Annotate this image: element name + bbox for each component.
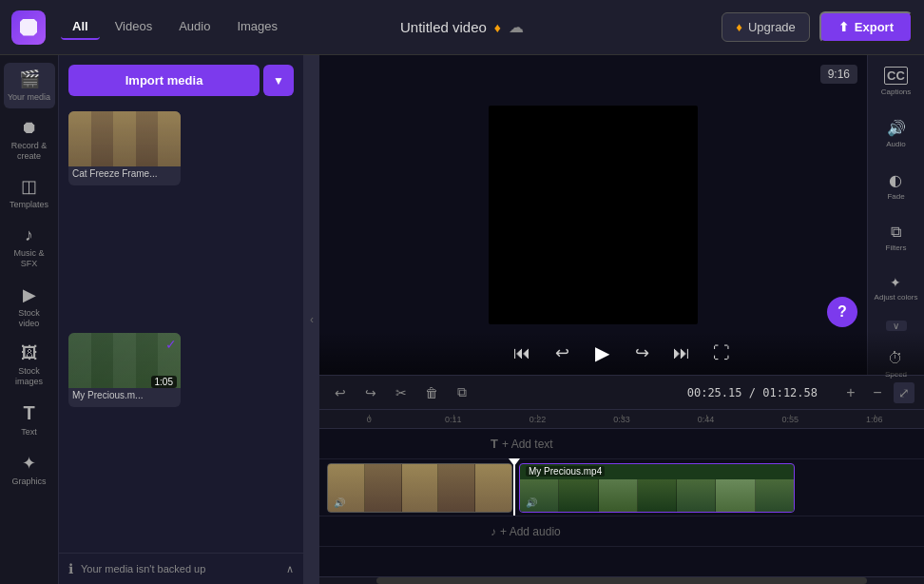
undo-button[interactable]: ↩	[329, 381, 352, 404]
media-item-precious[interactable]: 1:05 ✓ My Precious.m...	[68, 333, 181, 407]
clip-audio-icon: 🔊	[526, 497, 537, 508]
adjust-colors-icon: ✦	[890, 275, 901, 290]
ruler-mark: 0:33	[580, 415, 664, 424]
top-bar: All Videos Audio Images Untitled video ♦…	[0, 0, 924, 55]
upgrade-diamond-icon: ♦	[736, 20, 742, 34]
tab-images[interactable]: Images	[225, 14, 289, 40]
media-item-cat[interactable]: Cat Freeze Frame...	[68, 111, 181, 185]
zoom-out-button[interactable]: −	[867, 382, 888, 403]
ruler-mark: 0:11	[412, 415, 496, 424]
timeline-scrollbar[interactable]	[319, 576, 924, 584]
audio-tool[interactable]: 🔊 Audio	[882, 115, 909, 152]
clip-frame	[599, 479, 638, 512]
skip-forward-button[interactable]: ⏭	[667, 339, 696, 367]
audio-label: Audio	[886, 140, 905, 148]
filters-label: Filters	[886, 243, 907, 252]
sidebar-item-stock-video[interactable]: ▶ Stock video	[4, 279, 55, 335]
zoom-in-button[interactable]: +	[840, 382, 861, 403]
sidebar-item-music-sfx[interactable]: ♪ Music & SFX	[4, 220, 55, 275]
sidebar-item-text[interactable]: T Text	[4, 397, 55, 443]
tab-audio[interactable]: Audio	[167, 14, 221, 40]
sidebar-item-record-create[interactable]: ⏺ Record & create	[4, 112, 55, 167]
clip-frame	[756, 479, 794, 512]
media-grid: Cat Freeze Frame... 1:05 ✓ My Precious.m…	[59, 106, 303, 553]
filters-tool[interactable]: ⧉ Filters	[882, 220, 911, 256]
timeline-scrollbar-thumb[interactable]	[376, 577, 867, 584]
skip-back-button[interactable]: ⏮	[508, 339, 536, 367]
stock-video-icon: ▶	[23, 284, 36, 305]
top-tabs: All Videos Audio Images	[61, 14, 289, 40]
clip-frame	[475, 464, 511, 512]
app-logo[interactable]	[11, 10, 46, 45]
import-dropdown-button[interactable]: ▼	[263, 65, 294, 96]
fullscreen-button[interactable]: ⛶	[707, 339, 736, 367]
diamond-icon: ♦	[494, 20, 501, 35]
sidebar-label-templates: Templates	[10, 200, 48, 210]
timeline-current-time: 00:25.15 / 01:12.58	[687, 386, 818, 399]
upgrade-button[interactable]: ♦ Upgrade	[722, 12, 810, 42]
main-area: 🎬 Your media ⏺ Record & create ◫ Templat…	[0, 55, 924, 584]
timeline-toolbar: ↩ ↪ ✂ 🗑 ⧉ 00:25.15 / 01:12.58 + − ⤢	[319, 376, 924, 410]
add-audio-button[interactable]: ♪ + Add audio	[491, 525, 561, 538]
playhead[interactable]	[513, 459, 515, 516]
sidebar-item-your-media[interactable]: 🎬 Your media	[4, 63, 55, 108]
sidebar-label-music-sfx: Music & SFX	[8, 248, 51, 269]
sidebar-item-templates[interactable]: ◫ Templates	[4, 170, 55, 216]
thumb-stripe	[158, 111, 181, 166]
templates-icon: ◫	[21, 176, 37, 197]
adjust-colors-tool[interactable]: ✦ Adjust colors	[871, 271, 922, 305]
video-clip-precious[interactable]: My Precious.mp4 🔊	[519, 463, 795, 513]
text-track-row: T + Add text	[319, 429, 924, 459]
cut-button[interactable]: ✂	[390, 381, 413, 404]
record-create-icon: ⏺	[21, 118, 38, 138]
media-panel: Import media ▼ Cat Freeze Frame...	[59, 55, 304, 584]
project-title[interactable]: Untitled video	[400, 19, 487, 35]
ruler-mark: 0:44	[664, 415, 748, 424]
right-tools-panel: CC Captions 🔊 Audio ◐ Fade ⧉ Filters ✦	[867, 55, 924, 375]
import-btn-row: Import media ▼	[59, 55, 303, 106]
delete-button[interactable]: 🗑	[420, 381, 443, 404]
adjust-colors-label: Adjust colors	[875, 293, 918, 302]
rewind-button[interactable]: ↩	[548, 339, 576, 367]
scroll-down-button[interactable]: ∨	[886, 321, 907, 331]
time-separator: /	[749, 386, 762, 399]
video-clip-cat[interactable]: 🔊	[327, 463, 512, 513]
sidebar-item-graphics[interactable]: ✦ Graphics	[4, 447, 55, 493]
thumb-stripe	[68, 111, 91, 166]
play-button[interactable]: ▶	[587, 339, 616, 367]
tab-all[interactable]: All	[61, 14, 100, 40]
help-button[interactable]: ?	[827, 297, 857, 327]
redo-button[interactable]: ↪	[359, 381, 382, 404]
ruler-mark: 0	[327, 415, 412, 424]
thumb-stripe	[113, 333, 136, 388]
export-button[interactable]: ⬆ Export	[819, 11, 913, 43]
sidebar-item-stock-images[interactable]: 🖼 Stock images	[4, 338, 55, 393]
timeline-area: ↩ ↪ ✂ 🗑 ⧉ 00:25.15 / 01:12.58 + − ⤢	[319, 375, 924, 584]
app-logo-icon	[20, 19, 37, 36]
sidebar-label-record-create: Record & create	[8, 141, 51, 162]
expand-timeline-button[interactable]: ⤢	[894, 382, 914, 403]
copy-button[interactable]: ⧉	[451, 381, 473, 404]
fade-tool[interactable]: ◐ Fade	[883, 167, 908, 204]
thumb-stripe	[136, 111, 159, 166]
clip-frame	[677, 479, 716, 512]
import-media-button[interactable]: Import media	[68, 65, 260, 96]
forward-button[interactable]: ↪	[627, 339, 656, 367]
right-panel: 9:16 ? ⏮ ↩ ▶ ↪ ⏭ ⛶ CC Captions 🔊 Audio	[319, 55, 924, 584]
audio-track-row: ♪ + Add audio	[319, 516, 924, 547]
ruler-mark: 0:22	[495, 415, 580, 424]
left-sidebar: 🎬 Your media ⏺ Record & create ◫ Templat…	[0, 55, 59, 584]
captions-label: Captions	[881, 88, 912, 96]
media-duration: 1:05	[151, 376, 177, 388]
info-icon: ℹ	[68, 561, 73, 576]
tab-videos[interactable]: Videos	[104, 14, 164, 40]
expand-icon[interactable]: ∧	[286, 563, 294, 575]
timeline-tracks: T + Add text �	[319, 429, 924, 576]
add-text-button[interactable]: T + Add text	[491, 437, 553, 451]
captions-tool[interactable]: CC Captions	[877, 63, 915, 100]
collapse-panel-button[interactable]: ‹	[304, 55, 319, 584]
clip-frame	[716, 479, 755, 512]
music-sfx-icon: ♪	[25, 225, 33, 245]
stock-images-icon: 🖼	[21, 343, 38, 363]
audio-icon: 🔊	[887, 119, 906, 137]
